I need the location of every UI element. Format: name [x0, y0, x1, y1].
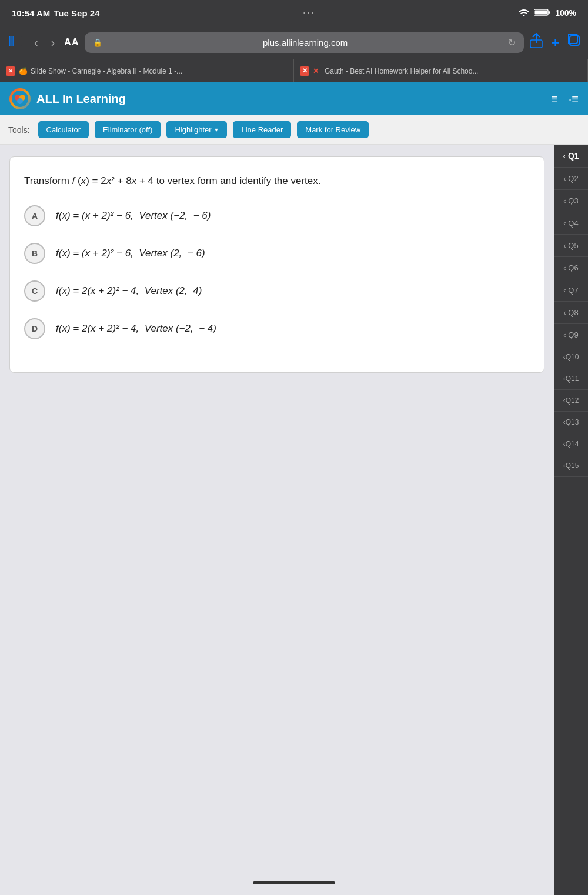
- reload-button[interactable]: ↻: [508, 37, 516, 48]
- line-reader-button[interactable]: Line Reader: [233, 121, 291, 138]
- time-display: 10:54 AM: [12, 8, 50, 18]
- nav-icon[interactable]: ·≡: [569, 92, 579, 106]
- browser-actions: +: [530, 33, 581, 52]
- eliminator-button[interactable]: Eliminator (off): [95, 121, 161, 138]
- tab-gauth[interactable]: ✕ ✕ Gauth - Best AI Homework Helper for …: [294, 59, 588, 82]
- back-button[interactable]: ‹: [31, 34, 42, 52]
- option-d-circle: D: [24, 318, 45, 339]
- svg-rect-2: [549, 11, 550, 14]
- aa-button[interactable]: AA: [64, 37, 79, 48]
- option-a-circle: A: [24, 205, 45, 226]
- date-display: Tue Sep 24: [54, 8, 99, 18]
- wifi-icon: [519, 8, 529, 18]
- svg-rect-1: [535, 10, 547, 14]
- app-title: ALL In Learning: [36, 92, 126, 106]
- option-b-circle: B: [24, 243, 45, 264]
- q-nav-10[interactable]: ‹Q10: [554, 346, 588, 368]
- address-bar[interactable]: 🔒 plus.allinlearning.com ↻: [85, 32, 523, 53]
- toolbar: Tools: Calculator Eliminator (off) Highl…: [0, 115, 588, 145]
- q-nav-12[interactable]: ‹Q12: [554, 390, 588, 412]
- home-bar: [253, 881, 335, 884]
- tab-close-2[interactable]: ✕: [300, 66, 309, 76]
- logo-icon: [9, 88, 31, 109]
- q-nav-1[interactable]: ‹ Q1: [554, 145, 588, 168]
- q-nav-2[interactable]: ‹ Q2: [554, 168, 588, 190]
- svg-rect-3: [9, 36, 13, 46]
- option-c-text: f(x) = 2(x + 2)² − 4, Vertex (2, 4): [56, 285, 202, 297]
- q-nav-15[interactable]: ‹Q15: [554, 455, 588, 477]
- option-d[interactable]: D f(x) = 2(x + 2)² − 4, Vertex (−2, − 4): [24, 318, 530, 339]
- option-a-text: f(x) = (x + 2)² − 6, Vertex (−2, − 6): [56, 210, 211, 222]
- q-nav-13[interactable]: ‹Q13: [554, 412, 588, 433]
- q-nav-9[interactable]: ‹ Q9: [554, 324, 588, 346]
- q-nav-7[interactable]: ‹ Q7: [554, 279, 588, 302]
- option-a[interactable]: A f(x) = (x + 2)² − 6, Vertex (−2, − 6): [24, 205, 530, 226]
- tab-bar: ✕ 🍊 Slide Show - Carnegie - Algebra II -…: [0, 59, 588, 82]
- tab-favicon-2: ✕: [313, 67, 321, 75]
- svg-point-12: [17, 98, 23, 104]
- tab-favicon-1: 🍊: [19, 67, 27, 75]
- q-nav-6[interactable]: ‹ Q6: [554, 257, 588, 279]
- main-layout: Transform f (x) = 2x² + 8x + 4 to vertex…: [0, 145, 588, 895]
- forward-button[interactable]: ›: [48, 34, 59, 52]
- option-c[interactable]: C f(x) = 2(x + 2)² − 4, Vertex (2, 4): [24, 280, 530, 302]
- option-b-text: f(x) = (x + 2)² − 6, Vertex (2, − 6): [56, 248, 205, 259]
- question-card: Transform f (x) = 2x² + 8x + 4 to vertex…: [9, 156, 544, 373]
- question-text: Transform f (x) = 2x² + 8x + 4 to vertex…: [24, 173, 530, 189]
- q-nav-3[interactable]: ‹ Q3: [554, 190, 588, 212]
- q-nav-11[interactable]: ‹Q11: [554, 368, 588, 390]
- status-bar-center: ···: [303, 8, 315, 18]
- right-sidebar: ‹ Q1 ‹ Q2 ‹ Q3 ‹ Q4 ‹ Q5 ‹ Q6 ‹ Q7 ‹ Q8 …: [554, 145, 588, 895]
- toolbar-label: Tools:: [8, 125, 30, 135]
- calculator-button[interactable]: Calculator: [38, 121, 89, 138]
- tab-slideshow[interactable]: ✕ 🍊 Slide Show - Carnegie - Algebra II -…: [0, 59, 294, 82]
- option-d-text: f(x) = 2(x + 2)² − 4, Vertex (−2, − 4): [56, 323, 216, 335]
- tab-title-2: Gauth - Best AI Homework Helper for All …: [325, 67, 478, 75]
- tabs-button[interactable]: [568, 34, 581, 51]
- question-area: Transform f (x) = 2x² + 8x + 4 to vertex…: [0, 145, 554, 895]
- q-nav-5[interactable]: ‹ Q5: [554, 235, 588, 257]
- new-tab-button[interactable]: +: [551, 35, 560, 50]
- app-logo: ALL In Learning: [9, 88, 126, 109]
- battery-percent: 100%: [555, 8, 576, 18]
- tab-close-1[interactable]: ✕: [6, 66, 15, 76]
- q-nav-8[interactable]: ‹ Q8: [554, 302, 588, 324]
- q-nav-14[interactable]: ‹Q14: [554, 433, 588, 455]
- option-c-circle: C: [24, 280, 45, 302]
- tab-title-1: Slide Show - Carnegie - Algebra II - Mod…: [31, 67, 182, 75]
- option-b[interactable]: B f(x) = (x + 2)² − 6, Vertex (2, − 6): [24, 243, 530, 264]
- app-header-actions: ≡ ·≡: [551, 92, 579, 106]
- status-bar: 10:54 AM Tue Sep 24 ··· 100%: [0, 0, 588, 26]
- q-nav-4[interactable]: ‹ Q4: [554, 212, 588, 235]
- status-bar-right: 100%: [519, 8, 576, 18]
- battery-icon: [534, 8, 550, 18]
- highlighter-button[interactable]: Highlighter: [166, 121, 227, 138]
- dots-display: ···: [303, 8, 315, 18]
- status-bar-left: 10:54 AM Tue Sep 24: [12, 8, 99, 18]
- sidebar-toggle-button[interactable]: [7, 32, 25, 52]
- browser-chrome: ‹ › AA 🔒 plus.allinlearning.com ↻ +: [0, 26, 588, 59]
- url-display: plus.allinlearning.com: [107, 38, 503, 48]
- share-button[interactable]: [530, 33, 543, 52]
- lock-icon: 🔒: [93, 38, 102, 47]
- mark-for-review-button[interactable]: Mark for Review: [297, 121, 369, 138]
- app-header: ALL In Learning ≡ ·≡: [0, 82, 588, 115]
- menu-icon[interactable]: ≡: [551, 92, 558, 106]
